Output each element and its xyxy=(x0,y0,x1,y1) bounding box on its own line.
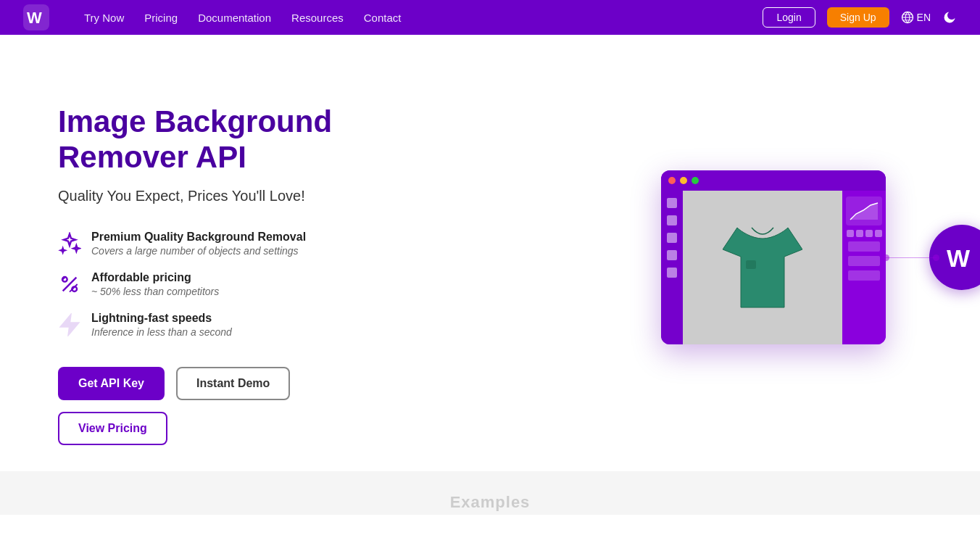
signup-button[interactable]: Sign Up xyxy=(827,7,889,28)
nav-documentation[interactable]: Documentation xyxy=(198,12,271,24)
ctrl-2 xyxy=(856,230,863,237)
feature-pricing-title: Affordable pricing xyxy=(91,271,219,284)
lightning-icon xyxy=(58,313,81,336)
window-maximize-dot xyxy=(692,177,699,184)
feature-quality: Premium Quality Background Removal Cover… xyxy=(58,231,406,257)
nav-contact[interactable]: Contact xyxy=(364,12,402,24)
feature-pricing-text: Affordable pricing ~ 50% less than compe… xyxy=(91,271,219,297)
sidebar-tool-4 xyxy=(667,250,677,260)
nav-right: Login Sign Up EN xyxy=(763,7,957,28)
brand-w-logo: W xyxy=(944,239,980,276)
window-body xyxy=(661,191,886,344)
cta-buttons: Get API Key Instant Demo View Pricing xyxy=(58,367,406,445)
navbar: W Try Now Pricing Documentation Resource… xyxy=(0,0,980,35)
sidebar-tool-5 xyxy=(667,268,677,278)
nav-try-now[interactable]: Try Now xyxy=(84,12,124,24)
svg-text:W: W xyxy=(27,9,42,27)
sidebar-tool-3 xyxy=(667,233,677,243)
feature-speed-title: Lightning-fast speeds xyxy=(91,312,232,325)
panel-controls xyxy=(847,230,882,237)
mini-chart xyxy=(849,199,879,223)
svg-rect-7 xyxy=(746,260,756,269)
feature-speed-desc: Inference in less than a second xyxy=(91,326,232,338)
hero-content: Image Background Remover API Quality You… xyxy=(0,61,406,489)
moon-icon xyxy=(942,10,957,25)
sidebar-tool-2 xyxy=(667,215,677,225)
hero-subtitle: Quality You Expect, Prices You'll Love! xyxy=(58,188,406,204)
features-list: Premium Quality Background Removal Cover… xyxy=(58,231,406,338)
app-window xyxy=(661,170,886,344)
window-sidebar xyxy=(661,191,683,344)
login-button[interactable]: Login xyxy=(763,7,815,28)
panel-block-3 xyxy=(848,270,880,281)
lang-label: EN xyxy=(917,12,931,23)
hero-section: Image Background Remover API Quality You… xyxy=(0,0,980,515)
connector-dot-left xyxy=(883,254,889,261)
panel-chart xyxy=(846,196,882,225)
ctrl-4 xyxy=(875,230,882,237)
hero-visual: W xyxy=(661,170,980,344)
globe-icon xyxy=(901,11,914,24)
get-api-key-button[interactable]: Get API Key xyxy=(58,367,165,400)
canvas-area xyxy=(683,191,842,344)
ctrl-1 xyxy=(847,230,854,237)
nav-resources[interactable]: Resources xyxy=(291,12,344,24)
connector-dot-right xyxy=(933,254,939,261)
language-selector[interactable]: EN xyxy=(901,11,931,24)
window-titlebar xyxy=(661,170,886,191)
feature-quality-title: Premium Quality Background Removal xyxy=(91,231,306,244)
panel-block-1 xyxy=(848,241,880,252)
tshirt-graphic xyxy=(723,220,802,315)
window-right-panel xyxy=(842,191,886,344)
svg-line-5 xyxy=(63,277,77,291)
percent-icon xyxy=(58,273,81,296)
feature-pricing: Affordable pricing ~ 50% less than compe… xyxy=(58,271,406,297)
sidebar-tool-1 xyxy=(667,198,677,208)
window-close-dot xyxy=(668,177,676,184)
svg-text:W: W xyxy=(947,244,971,272)
view-pricing-button[interactable]: View Pricing xyxy=(58,412,167,445)
feature-speed: Lightning-fast speeds Inference in less … xyxy=(58,312,406,338)
examples-heading: Examples xyxy=(450,493,531,512)
logo[interactable]: W xyxy=(23,4,49,30)
connector-area: W xyxy=(886,225,980,290)
feature-pricing-desc: ~ 50% less than competitors xyxy=(91,286,219,297)
feature-speed-text: Lightning-fast speeds Inference in less … xyxy=(91,312,232,338)
panel-block-2 xyxy=(848,256,880,266)
nav-links: Try Now Pricing Documentation Resources … xyxy=(84,12,739,24)
feature-quality-text: Premium Quality Background Removal Cover… xyxy=(91,231,306,257)
connector-line xyxy=(886,257,937,258)
hero-title: Image Background Remover API xyxy=(58,104,406,175)
svg-marker-6 xyxy=(61,315,78,334)
sparkles-icon xyxy=(58,232,81,255)
feature-quality-desc: Covers a large number of objects and set… xyxy=(91,245,306,257)
theme-toggle[interactable] xyxy=(942,10,957,25)
window-minimize-dot xyxy=(680,177,687,184)
nav-pricing[interactable]: Pricing xyxy=(144,12,178,24)
instant-demo-button[interactable]: Instant Demo xyxy=(176,367,290,400)
ctrl-3 xyxy=(865,230,873,237)
